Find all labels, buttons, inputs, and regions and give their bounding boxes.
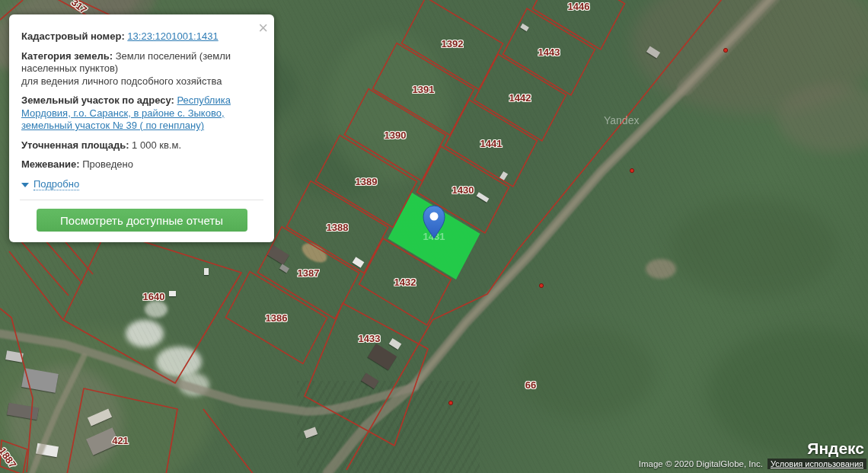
parcel-number-label-1441: 1441: [480, 138, 503, 149]
cadastral-number-label: Кадастровый номер:: [21, 30, 125, 42]
area-label: Уточненная площадь:: [21, 139, 129, 151]
parcel-number-label-1442: 1442: [509, 92, 531, 104]
survey-row: Межевание: Проведено: [21, 158, 262, 171]
parcel-number-label-1432: 1432: [394, 276, 416, 288]
parcel-number-label-1430: 1430: [452, 184, 474, 196]
parcel-number-label-421: 421: [112, 435, 129, 446]
parcel-number-label-1387: 1387: [298, 267, 320, 279]
view-reports-button[interactable]: Посмотреть доступные отчеты: [37, 209, 247, 232]
terms-of-use-link[interactable]: Условия использования: [767, 459, 866, 469]
survey-label: Межевание:: [21, 158, 80, 170]
survey-value: Проведено: [82, 158, 133, 170]
parcel-number-label-1386: 1386: [266, 312, 288, 324]
chevron-down-icon: [21, 183, 29, 187]
details-toggle[interactable]: Подробно: [21, 178, 262, 191]
parcel-number-label-66: 66: [525, 379, 536, 391]
address-row: Земельный участок по адресу: Республика …: [21, 94, 262, 133]
address-label: Земельный участок по адресу:: [21, 94, 174, 106]
parcel-number-label-1887: 1887: [0, 446, 18, 470]
parcel-number-label-317: 317: [69, 0, 89, 16]
area-value: 1 000 кв.м.: [132, 139, 181, 151]
yandex-watermark: Yandex: [604, 114, 639, 126]
parcel-number-label-1391: 1391: [413, 84, 435, 95]
area-row: Уточненная площадь: 1 000 кв.м.: [21, 139, 262, 152]
parcel-number-label-1390: 1390: [385, 129, 407, 141]
parcel-number-label-1433: 1433: [359, 333, 381, 344]
close-icon[interactable]: ×: [258, 21, 268, 36]
map-viewport[interactable]: 1446144314421441143014311432139213911390…: [0, 0, 868, 473]
parcel-info-popup: × Кадастровый номер: 13:23:1201001:1431 …: [9, 14, 274, 242]
yandex-logo[interactable]: Яндекс: [807, 439, 864, 458]
parcel-number-label-1392: 1392: [442, 38, 464, 50]
details-link[interactable]: Подробно: [34, 178, 79, 190]
land-use-value: для ведения личного подсобного хозяйства: [21, 75, 262, 88]
parcel-number-label-1431: 1431: [423, 231, 445, 242]
parcel-number-label-1443: 1443: [538, 46, 560, 58]
popup-divider: [20, 200, 263, 200]
parcel-number-label-1389: 1389: [356, 176, 378, 187]
land-category-row: Категория земель: Земли поселений (земли…: [21, 50, 262, 88]
cadastral-number-link[interactable]: 13:23:1201001:1431: [127, 30, 218, 42]
cadastral-number-row: Кадастровый номер: 13:23:1201001:1431: [21, 30, 262, 43]
imagery-copyright: Image © 2020 DigitalGlobe, Inc.: [639, 459, 763, 468]
parcel-number-label-1446: 1446: [568, 1, 590, 12]
parcel-number-label-1388: 1388: [327, 222, 349, 233]
parcel-number-label-1640: 1640: [143, 291, 165, 302]
land-category-label: Категория земель:: [21, 50, 113, 62]
